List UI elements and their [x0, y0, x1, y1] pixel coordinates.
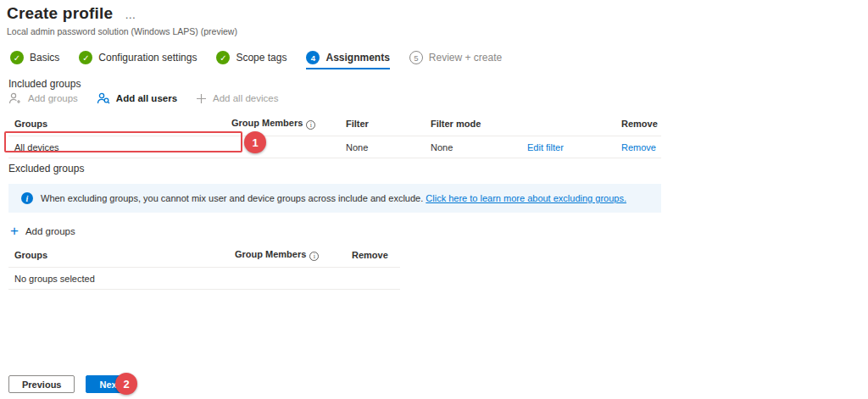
previous-button[interactable]: Previous — [8, 375, 75, 393]
banner-text: When excluding groups, you cannot mix us… — [41, 193, 626, 203]
edit-filter-link[interactable]: Edit filter — [527, 142, 564, 152]
col-filter: Filter — [337, 119, 422, 129]
check-icon: ✓ — [216, 51, 230, 64]
col-groups: Groups — [8, 250, 226, 260]
excluded-groups-heading: Excluded groups — [8, 163, 84, 175]
included-groups-table: Groups Group Membersi Filter Filter mode… — [8, 115, 661, 158]
info-icon[interactable]: i — [306, 120, 315, 130]
plus-icon: + — [10, 225, 19, 237]
tab-review-create: 5 Review + create — [409, 51, 502, 69]
page-header: Create profile … Local admin password so… — [7, 4, 237, 36]
col-groups: Groups — [8, 119, 223, 129]
check-icon: ✓ — [10, 51, 24, 64]
plus-icon — [196, 93, 207, 104]
included-groups-heading: Included groups — [8, 78, 81, 90]
check-icon: ✓ — [79, 51, 92, 64]
step-number-icon: 4 — [306, 51, 320, 64]
filter-mode-cell: None — [422, 142, 519, 152]
remove-link[interactable]: Remove — [621, 142, 656, 152]
tab-basics[interactable]: ✓ Basics — [10, 51, 59, 69]
col-remove: Remove — [343, 250, 400, 260]
add-all-devices-button: Add all devices — [196, 93, 278, 104]
add-all-devices-label: Add all devices — [213, 93, 278, 103]
add-all-users-label: Add all users — [116, 93, 177, 103]
included-groups-toolbar: Add groups Add all users Add all devices — [8, 92, 278, 104]
next-button[interactable]: Next — [86, 375, 133, 393]
tab-review-create-label: Review + create — [429, 52, 502, 64]
info-icon: i — [21, 192, 33, 204]
empty-state-text: No groups selected — [8, 274, 400, 284]
tab-configuration-settings-label: Configuration settings — [98, 52, 197, 64]
excluded-groups-table: Groups Group Membersi Remove No groups s… — [8, 247, 400, 290]
empty-row: No groups selected — [8, 268, 400, 290]
group-name-cell: All devices — [8, 142, 223, 152]
wizard-footer: Previous Next — [8, 375, 133, 393]
tab-assignments[interactable]: 4 Assignments — [306, 51, 389, 69]
wizard-steps: ✓ Basics ✓ Configuration settings ✓ Scop… — [10, 51, 502, 69]
add-groups-button-excluded[interactable]: + Add groups — [10, 225, 75, 237]
add-groups-button: Add groups — [8, 92, 78, 104]
page-subtitle: Local admin password solution (Windows L… — [7, 26, 237, 36]
add-groups-label: Add groups — [28, 93, 78, 103]
col-filter-mode: Filter mode — [422, 119, 519, 129]
person-add-icon — [8, 92, 22, 104]
tab-configuration-settings[interactable]: ✓ Configuration settings — [79, 51, 197, 69]
tab-assignments-label: Assignments — [326, 52, 389, 64]
tab-scope-tags[interactable]: ✓ Scope tags — [216, 51, 287, 69]
create-profile-page: Create profile … Local admin password so… — [0, 0, 868, 399]
more-options-icon[interactable]: … — [125, 8, 136, 21]
tab-basics-label: Basics — [30, 52, 59, 64]
col-remove: Remove — [613, 119, 661, 129]
add-all-users-button[interactable]: Add all users — [97, 92, 177, 104]
included-table-header: Groups Group Membersi Filter Filter mode… — [8, 115, 661, 136]
step-number-icon: 5 — [409, 51, 423, 64]
table-row: All devices None None Edit filter Remove — [8, 136, 661, 158]
info-banner: i When excluding groups, you cannot mix … — [8, 184, 661, 213]
info-icon[interactable]: i — [309, 252, 319, 261]
tab-scope-tags-label: Scope tags — [236, 52, 287, 64]
learn-more-link[interactable]: Click here to learn more about excluding… — [426, 193, 626, 203]
page-title: Create profile — [7, 4, 113, 23]
col-group-members: Group Membersi — [223, 118, 337, 130]
filter-cell: None — [337, 142, 422, 152]
excluded-table-header: Groups Group Membersi Remove — [8, 247, 400, 268]
col-group-members: Group Membersi — [226, 249, 343, 261]
person-search-icon — [97, 92, 110, 104]
add-groups-label: Add groups — [25, 226, 75, 236]
